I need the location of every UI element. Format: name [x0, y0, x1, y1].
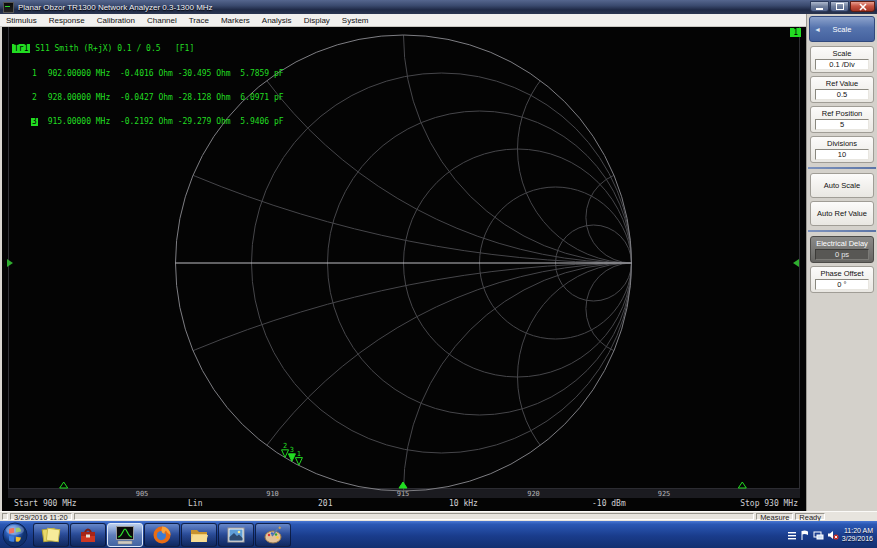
menu-item-response[interactable]: Response: [43, 16, 91, 25]
marker-readout-row: 1 902.00000 MHz -0.4016 Ohm -30.495 Ohm …: [12, 70, 284, 78]
phase-offset-label: Phase Offset: [812, 269, 872, 278]
taskbar-clock[interactable]: 11:20 AM 3/29/2016: [842, 527, 873, 543]
taskbar-item-explorer-folder[interactable]: [181, 523, 217, 547]
scale-menu-header[interactable]: ◄Scale: [809, 16, 875, 42]
chart-marker-label: 2: [283, 442, 287, 450]
divisions-value: 10: [815, 149, 869, 160]
power-label: -10 dBm: [592, 498, 626, 510]
app-icon: [3, 2, 14, 13]
close-button[interactable]: [850, 1, 875, 12]
scale-menu-title: Scale: [833, 25, 852, 34]
chart-marker-label: 3: [290, 446, 294, 454]
menu-item-system[interactable]: System: [336, 16, 375, 25]
sidebar-scale-menu: ◄Scale Scale 0.1 /Div Ref Value 0.5 Ref …: [806, 14, 877, 511]
divisions-label: Divisions: [812, 139, 872, 148]
electrical-delay-value: 0 ps: [815, 249, 869, 260]
menu-item-analysis[interactable]: Analysis: [256, 16, 298, 25]
plot-area: 905910915920925 123 Tr1 S11 Smith (R+jX)…: [2, 27, 806, 511]
statusbar-message-box: [74, 513, 754, 520]
taskbar-item-toolbox[interactable]: [70, 523, 106, 547]
marker-number-active: 3: [31, 118, 38, 126]
menu-item-trace[interactable]: Trace: [183, 16, 215, 25]
scale-button[interactable]: Scale 0.1 /Div: [810, 46, 874, 73]
start-freq-label: Start 900 MHz: [14, 498, 77, 510]
electrical-delay-label: Electrical Delay: [812, 239, 872, 248]
reactance-arc: [518, 263, 746, 491]
scale-value: 0.1 /Div: [815, 59, 869, 70]
menu-item-display[interactable]: Display: [298, 16, 336, 25]
statusbar-gap: [827, 513, 875, 520]
marker-values: 928.00000 MHz -0.0427 Ohm -28.128 Ohm 6.…: [38, 93, 284, 102]
freq-marker-triangle[interactable]: [738, 482, 746, 488]
menu-item-calibration[interactable]: Calibration: [91, 16, 141, 25]
trace-header: Tr1 S11 Smith (R+jX) 0.1 / 0.5 [F1]: [12, 45, 284, 53]
freq-marker-triangle[interactable]: [60, 482, 68, 488]
date-time-box: 3/29/2016 11:20: [10, 513, 72, 520]
if-bandwidth-label: 10 kHz: [449, 498, 478, 510]
auto-ref-value-button[interactable]: Auto Ref Value: [810, 201, 874, 226]
system-tray: 11:20 AM 3/29/2016: [787, 527, 877, 543]
taskbar-item-photo-viewer[interactable]: [218, 523, 254, 547]
tray-flag-icon[interactable]: [800, 530, 810, 540]
tray-list-icon[interactable]: [787, 530, 797, 540]
statusbar-grip: [2, 513, 8, 520]
sweep-type-label: Lin: [188, 498, 202, 510]
minimize-button[interactable]: [810, 1, 829, 12]
trace-badge[interactable]: Tr1: [12, 44, 30, 53]
channel-badge[interactable]: 1: [790, 28, 801, 37]
taskbar-item-firefox[interactable]: [144, 523, 180, 547]
marker-readout-row: 3 915.00000 MHz -0.2192 Ohm -29.279 Ohm …: [12, 118, 284, 126]
tray-volume-muted-icon[interactable]: [827, 530, 839, 540]
menu-item-markers[interactable]: Markers: [215, 16, 256, 25]
menubar: Stimulus Response Calibration Channel Tr…: [0, 14, 806, 27]
app-statusbar: 3/29/2016 11:20 Measure Ready: [0, 511, 877, 521]
electrical-delay-button[interactable]: Electrical Delay 0 ps: [810, 236, 874, 263]
maximize-button[interactable]: [830, 1, 849, 12]
taskbar-item-paint[interactable]: [255, 523, 291, 547]
window-titlebar: Planar Obzor TR1300 Network Analyzer 0.3…: [0, 0, 877, 14]
ref-value-label: Ref Value: [812, 79, 872, 88]
clock-time: 11:20 AM: [842, 527, 873, 535]
taskbar-item-network-analyzer[interactable]: [107, 523, 143, 547]
sidebar-separator: [808, 167, 876, 169]
chart-marker-label: 1: [297, 450, 301, 458]
trace-format-line: S11 Smith (R+jX) 0.1 / 0.5 [F1]: [35, 44, 194, 53]
reactance-arc: [518, 35, 746, 263]
marker-values: 902.00000 MHz -0.4016 Ohm -30.495 Ohm 5.…: [38, 69, 284, 78]
marker-readout-row: 2 928.00000 MHz -0.0427 Ohm -28.128 Ohm …: [12, 94, 284, 102]
menu-item-channel[interactable]: Channel: [141, 16, 183, 25]
points-label: 201: [318, 498, 332, 510]
taskbar: 11:20 AM 3/29/2016: [0, 521, 877, 548]
ready-status: Ready: [795, 513, 825, 520]
taskbar-item-sticky-notes[interactable]: [33, 523, 69, 547]
screen: Planar Obzor TR1300 Network Analyzer 0.3…: [0, 0, 877, 548]
marker-values: 915.00000 MHz -0.2192 Ohm -29.279 Ohm 5.…: [38, 117, 284, 126]
reactance-arc: [404, 27, 807, 263]
divisions-button[interactable]: Divisions 10: [810, 136, 874, 163]
marker-number: 2: [31, 94, 38, 102]
ref-position-label: Ref Position: [812, 109, 872, 118]
phase-offset-button[interactable]: Phase Offset 0 °: [810, 266, 874, 293]
ref-position-arrow-left[interactable]: [7, 259, 13, 267]
back-arrow-icon: ◄: [814, 26, 821, 33]
scale-label: Scale: [812, 49, 872, 58]
reactance-arc: [404, 263, 807, 511]
phase-offset-value: 0 °: [815, 279, 869, 290]
sidebar-separator: [808, 230, 876, 232]
tray-network-icon[interactable]: [813, 530, 824, 540]
start-button[interactable]: [2, 522, 28, 548]
ref-position-value: 5: [815, 119, 869, 130]
stop-freq-label: Stop 930 MHz: [740, 498, 798, 510]
status-row: Start 900 MHz Lin 201 10 kHz -10 dBm Sto…: [2, 498, 806, 511]
ref-position-arrow-right[interactable]: [793, 259, 799, 267]
ref-position-button[interactable]: Ref Position 5: [810, 106, 874, 133]
ref-value-button[interactable]: Ref Value 0.5: [810, 76, 874, 103]
window-title: Planar Obzor TR1300 Network Analyzer 0.3…: [18, 3, 213, 12]
menu-item-stimulus[interactable]: Stimulus: [0, 16, 43, 25]
marker-number: 1: [31, 70, 38, 78]
ref-value-value: 0.5: [815, 89, 869, 100]
trace-readout: Tr1 S11 Smith (R+jX) 0.1 / 0.5 [F1] 1 90…: [12, 29, 284, 142]
auto-scale-button[interactable]: Auto Scale: [810, 173, 874, 198]
freq-marker-triangle[interactable]: [399, 482, 407, 488]
measure-status: Measure: [756, 513, 793, 520]
